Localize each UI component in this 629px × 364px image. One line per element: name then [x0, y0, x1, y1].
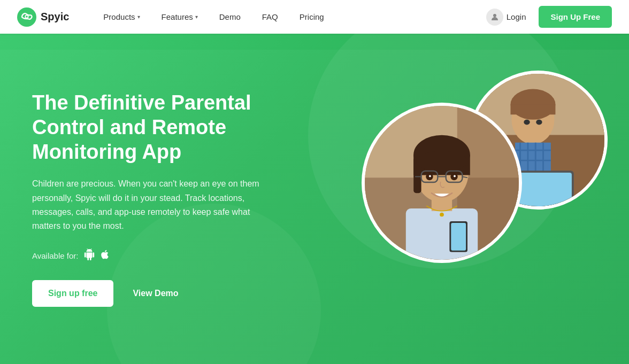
svg-point-11 — [536, 120, 542, 125]
hero-demo-button[interactable]: View Demo — [122, 281, 189, 306]
user-icon — [486, 9, 503, 26]
nav-products[interactable]: Products ▾ — [95, 8, 148, 26]
navbar: Spyic Products ▾ Features ▾ Demo FAQ Pri… — [0, 0, 629, 34]
hero-woman-image — [362, 103, 522, 263]
svg-point-10 — [524, 120, 530, 125]
brand-logo[interactable]: Spyic — [17, 7, 69, 27]
nav-faq[interactable]: FAQ — [254, 8, 287, 26]
svg-rect-41 — [451, 223, 466, 251]
svg-point-38 — [429, 175, 431, 177]
signup-button[interactable]: Sign Up Free — [539, 6, 612, 28]
login-button[interactable]: Login — [480, 4, 533, 30]
navbar-right: Login Sign Up Free — [480, 4, 612, 30]
nav-pricing[interactable]: Pricing — [291, 8, 333, 26]
nav-features[interactable]: Features ▾ — [153, 8, 206, 26]
available-for: Available for: — [32, 249, 310, 263]
hero-buttons: Sign up free View Demo — [32, 280, 310, 307]
svg-point-2 — [26, 16, 28, 18]
nav-demo[interactable]: Demo — [211, 8, 249, 26]
platform-icons — [83, 249, 110, 263]
svg-point-39 — [454, 175, 456, 177]
hero-section: The Definitive Parental Control and Remo… — [0, 34, 629, 364]
android-icon — [83, 249, 95, 263]
hero-images — [329, 71, 608, 327]
features-chevron-icon: ▾ — [195, 14, 198, 20]
hero-content: The Definitive Parental Control and Remo… — [32, 91, 310, 306]
hero-description: Children are precious. When you can't ke… — [32, 177, 267, 234]
brand-name: Spyic — [41, 11, 69, 23]
hero-signup-button[interactable]: Sign up free — [32, 280, 113, 307]
svg-rect-20 — [515, 173, 572, 206]
svg-point-3 — [493, 14, 496, 17]
svg-point-30 — [416, 151, 467, 171]
hero-title: The Definitive Parental Control and Remo… — [32, 91, 310, 164]
products-chevron-icon: ▾ — [137, 14, 140, 20]
svg-point-42 — [440, 213, 444, 217]
apple-icon — [99, 249, 110, 262]
nav-links: Products ▾ Features ▾ Demo FAQ Pricing — [95, 8, 479, 26]
